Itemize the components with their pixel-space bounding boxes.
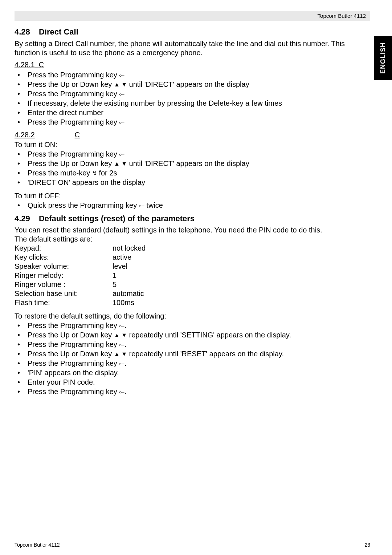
sub-4281-heading: 4.28.1 C [15, 60, 367, 69]
list-item: Press the Programming key ⟜. [15, 358, 367, 368]
list-item: Press the Up or Down key ▲ ▼ repeatedly … [15, 330, 367, 340]
updown-icon: ▲ ▼ [114, 332, 127, 338]
list-item: Quick press the Programming key ⟜ twice [15, 200, 367, 210]
table-row: Keypad:not locked [15, 244, 367, 253]
footer-product: Topcom Butler 4112 [15, 542, 60, 548]
list-item: Enter your PIN code. [15, 377, 367, 387]
sub-letter: C [39, 61, 44, 69]
list-item: Press the Up or Down key ▲ ▼ until 'DIRE… [15, 80, 367, 89]
prog-icon: ⟜ [139, 202, 144, 208]
language-tab-label: ENGLISH [379, 42, 387, 74]
list-item: Press the Programming key ⟜ [15, 149, 367, 159]
table-row: Flash time:100ms [15, 298, 367, 307]
section-429-heading: 4.29 Default settings (reset) of the par… [15, 214, 367, 224]
sub-4282-heading: 4.28.2C [15, 130, 367, 139]
sub-letter: C [75, 131, 80, 139]
prog-icon: ⟜ [119, 360, 124, 366]
list-item: Press the Programming key ⟜ [15, 70, 367, 80]
page-number: 23 [364, 542, 370, 548]
updown-icon: ▲ ▼ [114, 161, 127, 167]
prog-icon: ⟜ [119, 151, 124, 157]
prog-icon: ⟜ [119, 323, 124, 329]
restore-intro: To restore the default settings, do the … [15, 312, 367, 321]
list-item: 'DIRECT ON' appears on the display [15, 178, 367, 187]
header-bar: Topcom Butler 4112 [15, 11, 370, 21]
prog-icon: ⟜ [119, 119, 124, 125]
list-item: 'PIN' appears on the display. [15, 368, 367, 377]
list-item: Press the Programming key ⟜. [15, 387, 367, 396]
table-row: Ringer melody:1 [15, 271, 367, 280]
table-row: Key clicks:active [15, 253, 367, 262]
section-title: Default settings (reset) of the paramete… [39, 214, 195, 223]
list-item: Enter the direct number [15, 108, 367, 117]
section-title: Direct Call [39, 27, 78, 36]
section-429-intro: You can reset the standard (default) set… [15, 226, 367, 235]
updown-icon: ▲ ▼ [114, 81, 127, 88]
steps-off: Quick press the Programming key ⟜ twice [15, 200, 367, 210]
list-item: Press the Up or Down key ▲ ▼ until 'DIRE… [15, 159, 367, 168]
list-item: Press the Programming key ⟜ [15, 117, 367, 127]
list-item: Press the mute-key ↯ for 2s [15, 168, 367, 178]
prog-icon: ⟜ [119, 389, 124, 395]
sub-num: 4.28.2 [15, 131, 35, 139]
mute-icon: ↯ [92, 170, 97, 176]
section-num: 4.29 [15, 214, 30, 224]
table-row: Ringer volume :5 [15, 280, 367, 289]
steps-4281: Press the Programming key ⟜ Press the Up… [15, 70, 367, 127]
list-item: Press the Programming key ⟜. [15, 340, 367, 349]
sub-num: 4.28.1 [15, 61, 35, 69]
list-item: Press the Up or Down key ▲ ▼ repeatedly … [15, 349, 367, 358]
page-footer: Topcom Butler 4112 23 [15, 542, 370, 548]
header-product: Topcom Butler 4112 [318, 13, 366, 19]
language-tab: ENGLISH [374, 36, 392, 80]
table-row: Speaker volume:level [15, 262, 367, 271]
defaults-intro: The default settings are: [15, 235, 367, 244]
steps-on: Press the Programming key ⟜ Press the Up… [15, 149, 367, 187]
steps-restore: Press the Programming key ⟜. Press the U… [15, 321, 367, 396]
prog-icon: ⟜ [119, 341, 124, 348]
prog-icon: ⟜ [119, 72, 124, 78]
list-item: Press the Programming key ⟜ [15, 89, 367, 98]
section-428-heading: 4.28 Direct Call [15, 27, 367, 37]
defaults-table: Keypad:not locked Key clicks:active Spea… [15, 244, 367, 307]
on-intro: To turn it ON: [15, 140, 367, 149]
table-row: Selection base unit:automatic [15, 289, 367, 298]
list-item: Press the Programming key ⟜. [15, 321, 367, 330]
updown-icon: ▲ ▼ [114, 351, 127, 357]
off-intro: To turn if OFF: [15, 191, 367, 200]
page-content: 4.28 Direct Call By setting a Direct Cal… [15, 25, 367, 533]
prog-icon: ⟜ [119, 91, 124, 97]
section-428-intro: By setting a Direct Call number, the pho… [15, 39, 367, 57]
list-item: If necessary, delete the existing number… [15, 98, 367, 108]
section-num: 4.28 [15, 27, 30, 37]
